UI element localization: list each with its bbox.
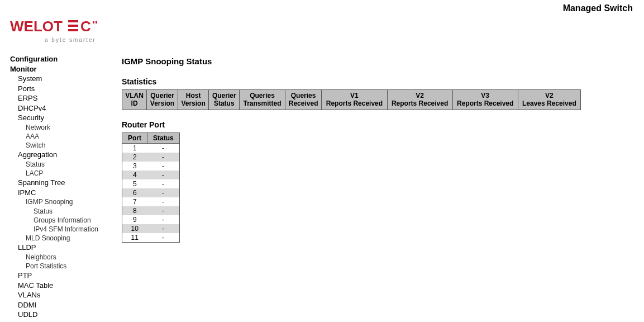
cell-port: 3	[122, 162, 147, 171]
sidebar-item-lldp-neighbors[interactable]: Neighbors	[10, 253, 112, 262]
sidebar-item-lldp-portstats[interactable]: Port Statistics	[10, 262, 112, 271]
cell-port: 4	[122, 171, 147, 179]
cell-status: -	[147, 143, 180, 153]
cell-port: 11	[122, 233, 147, 243]
cell-port: 10	[122, 224, 147, 233]
sidebar-item-system[interactable]: System	[10, 74, 112, 84]
sidebar-item-monitor[interactable]: Monitor	[10, 64, 112, 74]
sidebar-item-vlans[interactable]: VLANs	[10, 290, 112, 300]
cell-status: -	[147, 224, 180, 233]
sidebar-item-mld-snooping[interactable]: MLD Snooping	[10, 234, 112, 243]
table-row: 9-	[122, 215, 180, 224]
cell-status: -	[147, 162, 180, 171]
table-row: 5-	[122, 179, 180, 188]
cell-port: 2	[122, 153, 147, 162]
col-v1-reports: V1Reports Received	[322, 90, 387, 110]
table-row: 1-	[122, 143, 180, 153]
cell-status: -	[147, 171, 180, 179]
sidebar-item-security[interactable]: Security	[10, 113, 112, 123]
svg-text:WELOT: WELOT	[10, 19, 63, 35]
cell-status: -	[147, 215, 180, 224]
svg-rect-5	[93, 21, 94, 23]
sidebar-item-igmp-status[interactable]: Status	[10, 207, 112, 216]
sidebar-item-aaa[interactable]: AAA	[10, 132, 112, 141]
col-host-version: HostVersion	[178, 90, 209, 110]
cell-status: -	[147, 197, 180, 206]
sidebar-item-erps[interactable]: ERPS	[10, 93, 112, 103]
sidebar-item-igmp-groups[interactable]: Groups Information	[10, 216, 112, 225]
col-v3-reports: V3Reports Received	[452, 90, 518, 110]
table-row: 10-	[122, 224, 180, 233]
sidebar-item-switch[interactable]: Switch	[10, 141, 112, 150]
main-content: IGMP Snooping Status Statistics VLANID Q…	[112, 54, 644, 322]
sidebar-item-aggregation[interactable]: Aggregation	[10, 150, 112, 160]
sidebar: Configuration Monitor System Ports ERPS …	[0, 54, 112, 322]
svg-rect-6	[96, 21, 97, 23]
col-querier-version: QuerierVersion	[147, 90, 178, 110]
cell-status: -	[147, 233, 180, 243]
table-row: 11-	[122, 233, 180, 243]
cell-status: -	[147, 153, 180, 162]
sidebar-item-ddmi[interactable]: DDMI	[10, 300, 112, 310]
page-title: IGMP Snooping Status	[122, 56, 633, 66]
svg-rect-2	[68, 25, 78, 27]
router-port-table: Port Status 1-2-3-4-5-6-7-8-9-10-11-	[122, 132, 180, 243]
sidebar-item-sd-status[interactable]: SD Status	[10, 320, 112, 322]
table-row: 6-	[122, 188, 180, 197]
sidebar-item-lacp[interactable]: LACP	[10, 169, 112, 178]
sidebar-item-configuration[interactable]: Configuration	[10, 54, 112, 64]
sidebar-item-dhcpv4[interactable]: DHCPv4	[10, 103, 112, 113]
cell-port: 9	[122, 215, 147, 224]
svg-rect-1	[68, 20, 78, 22]
router-port-heading: Router Port	[122, 120, 633, 129]
cell-port: 7	[122, 197, 147, 206]
cell-port: 8	[122, 206, 147, 215]
cell-port: 5	[122, 179, 147, 188]
product-header: Managed Switch	[0, 0, 644, 13]
cell-status: -	[147, 179, 180, 188]
cell-port: 1	[122, 143, 147, 153]
col-queries-received: QueriesReceived	[285, 90, 321, 110]
sidebar-item-spanning-tree[interactable]: Spanning Tree	[10, 178, 112, 188]
sidebar-item-udld[interactable]: UDLD	[10, 310, 112, 320]
sidebar-item-network[interactable]: Network	[10, 123, 112, 132]
col-querier-status: QuerierStatus	[209, 90, 240, 110]
col-vlan-id: VLANID	[122, 90, 147, 110]
sidebar-item-mac-table[interactable]: MAC Table	[10, 281, 112, 291]
cell-port: 6	[122, 188, 147, 197]
sidebar-item-ipmc[interactable]: IPMC	[10, 188, 112, 198]
statistics-table: VLANID QuerierVersion HostVersion Querie…	[122, 89, 581, 110]
table-row: 8-	[122, 206, 180, 215]
col-queries-transmitted: QueriesTransmitted	[240, 90, 285, 110]
svg-rect-3	[68, 29, 78, 31]
sidebar-item-ptp[interactable]: PTP	[10, 271, 112, 281]
table-row: 4-	[122, 171, 180, 179]
product-name: Managed Switch	[563, 3, 633, 13]
sidebar-item-lldp[interactable]: LLDP	[10, 243, 112, 253]
cell-status: -	[147, 188, 180, 197]
table-row: 7-	[122, 197, 180, 206]
sidebar-item-igmp-snooping[interactable]: IGMP Snooping	[10, 197, 112, 206]
statistics-heading: Statistics	[122, 77, 633, 86]
col-v2-leaves: V2Leaves Received	[518, 90, 580, 110]
table-row: 3-	[122, 162, 180, 171]
table-row: 2-	[122, 153, 180, 162]
welotec-logo: WELOT C	[10, 19, 106, 36]
logo-area: WELOT C a byte smarter	[0, 13, 644, 43]
col-v2-reports: V2Reports Received	[387, 90, 452, 110]
sidebar-item-agg-status[interactable]: Status	[10, 160, 112, 169]
col-status: Status	[147, 132, 180, 143]
cell-status: -	[147, 206, 180, 215]
sidebar-item-ports[interactable]: Ports	[10, 84, 112, 94]
col-port: Port	[122, 132, 147, 143]
svg-text:C: C	[80, 19, 91, 35]
sidebar-item-igmp-sfm[interactable]: IPv4 SFM Information	[10, 225, 112, 234]
logo-tagline: a byte smarter	[10, 37, 644, 43]
